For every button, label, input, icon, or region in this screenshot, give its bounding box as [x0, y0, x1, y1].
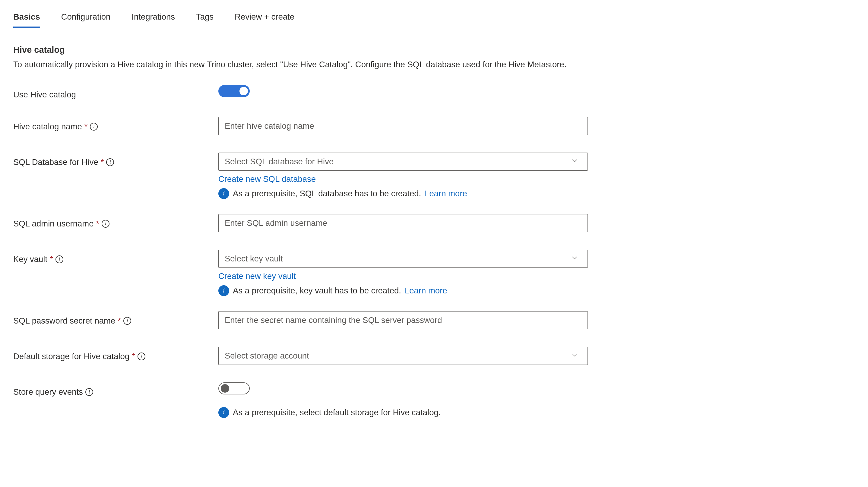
required-indicator: *: [118, 316, 121, 326]
sql-database-learn-more-link[interactable]: Learn more: [425, 189, 467, 198]
sql-database-select[interactable]: Select SQL database for Hive: [218, 153, 588, 171]
section-title: Hive catalog: [13, 45, 855, 55]
sql-admin-username-input[interactable]: [218, 214, 588, 232]
required-indicator: *: [132, 352, 135, 361]
create-sql-database-link[interactable]: Create new SQL database: [218, 174, 588, 184]
sql-database-label: SQL Database for Hive: [13, 157, 98, 167]
store-events-prereq-text: As a prerequisite, select default storag…: [233, 408, 441, 417]
default-storage-select[interactable]: Select storage account: [218, 347, 588, 365]
sql-database-placeholder: Select SQL database for Hive: [225, 157, 334, 166]
tab-configuration[interactable]: Configuration: [61, 12, 111, 28]
tab-review-create[interactable]: Review + create: [235, 12, 294, 28]
required-indicator: *: [50, 255, 53, 264]
key-vault-placeholder: Select key vault: [225, 254, 283, 264]
info-icon[interactable]: i: [56, 255, 63, 263]
key-vault-learn-more-link[interactable]: Learn more: [405, 286, 447, 295]
sql-admin-username-label: SQL admin username: [13, 219, 93, 229]
chevron-down-icon: [570, 351, 579, 361]
info-icon[interactable]: i: [90, 123, 98, 131]
sql-password-secret-input[interactable]: [218, 311, 588, 329]
hive-catalog-name-input[interactable]: [218, 117, 588, 135]
required-indicator: *: [85, 122, 88, 131]
tab-integrations[interactable]: Integrations: [131, 12, 175, 28]
key-vault-label: Key vault: [13, 255, 48, 264]
tab-tags[interactable]: Tags: [196, 12, 214, 28]
info-badge-icon: i: [218, 188, 229, 199]
info-icon[interactable]: i: [85, 388, 93, 396]
required-indicator: *: [96, 219, 99, 229]
chevron-down-icon: [570, 157, 579, 166]
info-icon[interactable]: i: [137, 353, 145, 360]
use-hive-catalog-label: Use Hive catalog: [13, 90, 76, 99]
chevron-down-icon: [570, 254, 579, 264]
tab-basics[interactable]: Basics: [13, 12, 40, 28]
key-vault-prereq-text: As a prerequisite, key vault has to be c…: [233, 286, 401, 295]
info-icon[interactable]: i: [123, 317, 131, 325]
store-query-events-label: Store query events: [13, 387, 83, 397]
default-storage-label: Default storage for Hive catalog: [13, 352, 129, 361]
sql-password-secret-label: SQL password secret name: [13, 316, 115, 326]
store-query-events-toggle[interactable]: [218, 382, 250, 394]
section-description: To automatically provision a Hive catalo…: [13, 59, 586, 71]
tabs-bar: Basics Configuration Integrations Tags R…: [13, 12, 855, 28]
sql-database-prereq-text: As a prerequisite, SQL database has to b…: [233, 189, 421, 198]
info-icon[interactable]: i: [102, 220, 110, 228]
info-badge-icon: i: [218, 407, 229, 418]
use-hive-catalog-toggle[interactable]: [218, 85, 250, 97]
info-badge-icon: i: [218, 285, 229, 296]
create-key-vault-link[interactable]: Create new key vault: [218, 271, 588, 281]
key-vault-select[interactable]: Select key vault: [218, 250, 588, 268]
required-indicator: *: [101, 157, 104, 167]
info-icon[interactable]: i: [106, 158, 114, 166]
default-storage-placeholder: Select storage account: [225, 351, 309, 361]
hive-catalog-name-label: Hive catalog name: [13, 122, 82, 131]
